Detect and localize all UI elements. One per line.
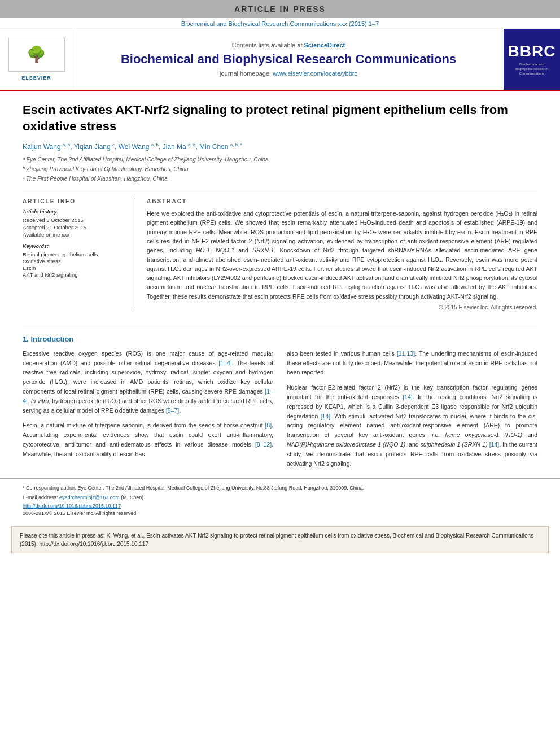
keyword-4: AKT and Nrf2 signaling <box>23 272 127 278</box>
abstract-heading: ABSTRACT <box>147 198 537 204</box>
bbrc-small-text: Biochemical andBiophysical ResearchCommu… <box>515 63 548 76</box>
article-in-press-banner: ARTICLE IN PRESS <box>0 0 560 18</box>
doi-link[interactable]: http://dx.doi.org/10.1016/j.bbrc.2015.10… <box>23 503 537 509</box>
history-label: Article history: <box>23 209 127 215</box>
available-online: Available online xxx <box>23 231 127 238</box>
page: ARTICLE IN PRESS Biochemical and Biophys… <box>0 0 560 747</box>
article-info-heading: ARTICLE INFO <box>23 198 127 204</box>
elsevier-box: 🌳 <box>8 38 65 72</box>
intro-heading: 1. Introduction <box>23 335 537 343</box>
journal-title: Biochemical and Biophysical Research Com… <box>121 52 456 67</box>
intro-left-col: Excessive reactive oxygen species (ROS) … <box>23 349 273 474</box>
issn-text: 0006-291X/© 2015 Elsevier Inc. All right… <box>23 510 537 518</box>
intro-para-3: also been tested in various human cells … <box>287 349 537 377</box>
keyword-3: Escin <box>23 265 127 271</box>
keyword-2: Oxidative stress <box>23 258 127 264</box>
corresponding-author-note: * Corresponding author. Eye Center, The … <box>23 484 537 492</box>
section-divider <box>23 329 537 329</box>
article-in-press-text: ARTICLE IN PRESS <box>234 5 326 14</box>
authors-line: Kaijun Wang a, b, Yiqian Jiang c, Wei Wa… <box>23 142 537 151</box>
sciencedirect-line: Contents lists available at ScienceDirec… <box>232 42 345 49</box>
keywords-label: Keywords: <box>23 243 127 249</box>
intro-two-col: Excessive reactive oxygen species (ROS) … <box>23 349 537 474</box>
copyright-line: © 2015 Elsevier Inc. All rights reserved… <box>147 304 537 311</box>
abstract-col: ABSTRACT Here we explored the anti-oxida… <box>147 198 537 311</box>
citation-text: Please cite this article in press as: K.… <box>20 532 533 547</box>
contents-available-label: Contents lists available at <box>232 42 303 49</box>
header-section: 🌳 ELSEVIER Contents lists available at S… <box>0 29 560 91</box>
header-center: Contents lists available at ScienceDirec… <box>73 29 504 90</box>
sciencedirect-link[interactable]: ScienceDirect <box>304 42 345 49</box>
intro-para-1: Excessive reactive oxygen species (ROS) … <box>23 349 273 416</box>
elsevier-tree-icon: 🌳 <box>27 47 46 63</box>
footnote-section: * Corresponding author. Eye Center, The … <box>0 478 560 522</box>
affiliations: a Eye Center, The 2nd Affiliated Hospita… <box>23 155 537 183</box>
bbrc-logo-text: BBRC <box>508 42 556 60</box>
intro-para-2: Escin, a natural mixture of triterpene-s… <box>23 421 273 458</box>
abstract-text: Here we explored the anti-oxidative and … <box>147 209 537 301</box>
homepage-link[interactable]: www.elsevier.com/locate/ybbrc <box>273 70 357 77</box>
journal-info-bar: Biochemical and Biophysical Research Com… <box>0 18 560 29</box>
journal-homepage: journal homepage: www.elsevier.com/locat… <box>220 70 357 77</box>
article-info-col: ARTICLE INFO Article history: Received 3… <box>23 198 135 311</box>
citation-banner: Please cite this article in press as: K.… <box>11 526 549 553</box>
received-date: Received 3 October 2015 <box>23 217 127 223</box>
bbrc-logo-area: BBRC Biochemical andBiophysical Research… <box>504 29 560 90</box>
email-link[interactable]: eyedrchenminjz@163.com <box>59 495 120 500</box>
introduction-section: 1. Introduction Excessive reactive oxyge… <box>0 335 560 474</box>
journal-volume-text: Biochemical and Biophysical Research Com… <box>181 20 379 27</box>
info-abstract-section: ARTICLE INFO Article history: Received 3… <box>23 191 537 311</box>
email-note: E-mail address: eyedrchenminjz@163.com (… <box>23 494 537 502</box>
article-title: Escin activates AKT-Nrf2 signaling to pr… <box>23 102 537 134</box>
affil-c: c The First People Hospital of Xiaoshan,… <box>23 174 537 183</box>
affil-a: a Eye Center, The 2nd Affiliated Hospita… <box>23 155 537 164</box>
elsevier-label: ELSEVIER <box>21 75 51 81</box>
keywords-section: Keywords: Retinal pigment epithelium cel… <box>23 243 127 278</box>
homepage-label: journal homepage: <box>220 70 271 77</box>
keyword-1: Retinal pigment epithelium cells <box>23 251 127 257</box>
elsevier-logo-area: 🌳 ELSEVIER <box>0 29 73 90</box>
intro-para-4: Nuclear factor-E2-related factor 2 (Nrf2… <box>287 383 537 468</box>
affil-b: b Zhejiang Provincial Key Lab of Ophthal… <box>23 165 537 173</box>
accepted-date: Accepted 21 October 2015 <box>23 224 127 230</box>
article-content: Escin activates AKT-Nrf2 signaling to pr… <box>0 91 560 323</box>
intro-right-col: also been tested in various human cells … <box>287 349 537 474</box>
